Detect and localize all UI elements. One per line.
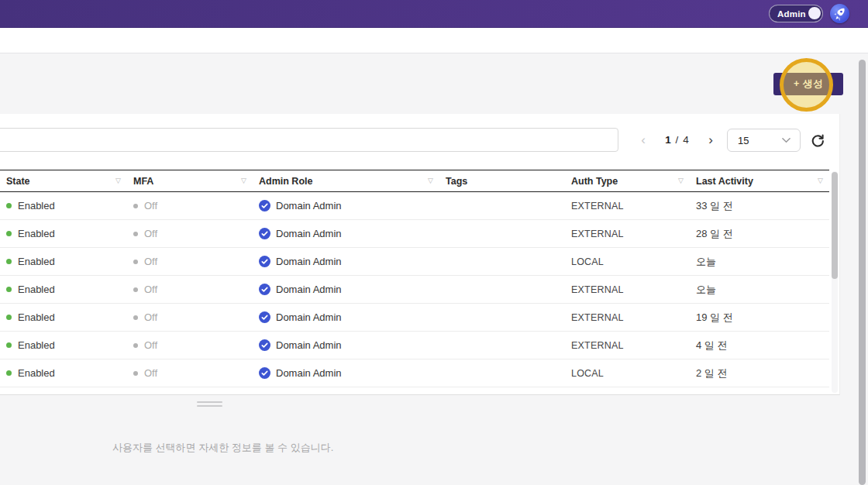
- detail-placeholder-text: 사용자를 선택하면 자세한 정보를 볼 수 있습니다.: [112, 441, 333, 455]
- column-label: Admin Role: [259, 176, 312, 187]
- last-activity-value: 오늘: [690, 283, 829, 297]
- mfa-value: Off: [144, 284, 157, 295]
- state-value: Enabled: [18, 256, 55, 267]
- page-size-value: 15: [738, 135, 749, 146]
- table-scrollbar-track[interactable]: [832, 171, 838, 393]
- table-row[interactable]: Enabled Off Domain Admin LOCAL 2 일 전: [0, 359, 829, 387]
- state-value: Enabled: [18, 228, 55, 239]
- create-button[interactable]: + 생성: [773, 73, 843, 95]
- auth-type-value: EXTERNAL: [565, 284, 690, 295]
- mfa-value: Off: [144, 311, 157, 323]
- mfa-off-dot: [133, 232, 138, 236]
- auth-type-value: EXTERNAL: [565, 201, 690, 212]
- state-enabled-dot: [6, 287, 12, 292]
- admin-role-badge-icon: [259, 200, 270, 212]
- filter-icon[interactable]: ▽: [428, 177, 433, 184]
- filter-icon[interactable]: ▽: [818, 177, 823, 184]
- table-body: Enabled Off Domain Admin EXTERNAL 33 일 전…: [0, 192, 829, 387]
- chevron-down-icon: [782, 137, 790, 143]
- mfa-off-dot: [133, 260, 138, 264]
- state-value: Enabled: [18, 311, 55, 323]
- mfa-value: Off: [144, 200, 157, 212]
- admin-role-badge-icon: [259, 284, 270, 295]
- admin-role-value: Domain Admin: [276, 284, 342, 295]
- next-page-button[interactable]: ›: [704, 131, 718, 150]
- total-pages: 4: [683, 134, 690, 146]
- mfa-value: Off: [144, 367, 157, 379]
- last-activity-value: 2 일 전: [690, 366, 829, 380]
- last-activity-value: 33 일 전: [690, 199, 829, 213]
- table-row[interactable]: Enabled Off Domain Admin EXTERNAL 19 일 전: [0, 304, 829, 332]
- mfa-off-dot: [133, 315, 138, 320]
- filter-icon[interactable]: ▽: [241, 177, 246, 184]
- admin-role-value: Domain Admin: [276, 200, 342, 212]
- search-input[interactable]: [0, 128, 618, 152]
- column-header: Auth Type ▽: [565, 170, 690, 191]
- last-activity-value: 19 일 전: [690, 311, 829, 325]
- admin-role-badge-icon: [259, 339, 270, 351]
- table-row[interactable]: Enabled Off Domain Admin LOCAL 오늘: [0, 248, 829, 276]
- state-enabled-dot: [6, 342, 12, 348]
- state-value: Enabled: [18, 339, 55, 351]
- mfa-off-dot: [133, 204, 138, 208]
- state-enabled-dot: [6, 259, 12, 264]
- last-activity-value: 28 일 전: [690, 227, 829, 241]
- page-scrollbar-thumb[interactable]: [859, 60, 866, 485]
- column-header: MFA ▽: [127, 170, 253, 191]
- filter-icon[interactable]: ▽: [115, 177, 121, 184]
- toggle-knob: [808, 7, 821, 19]
- table-header: State ▽ MFA ▽ Admin Role ▽ Tags Auth Typ…: [0, 170, 829, 192]
- admin-role-value: Domain Admin: [276, 367, 342, 379]
- page-separator: /: [676, 134, 680, 146]
- column-header: State ▽: [0, 170, 127, 191]
- last-activity-value: 4 일 전: [690, 339, 829, 353]
- state-enabled-dot: [6, 370, 12, 376]
- auth-type-value: LOCAL: [565, 368, 690, 379]
- sub-header-strip: [0, 28, 868, 53]
- admin-role-value: Domain Admin: [276, 228, 342, 239]
- admin-toggle-label: Admin: [777, 9, 806, 19]
- mfa-off-dot: [133, 371, 138, 376]
- page-size-select[interactable]: 15: [727, 129, 801, 152]
- column-label: Auth Type: [571, 176, 618, 187]
- admin-role-value: Domain Admin: [276, 311, 342, 323]
- auth-type-value: EXTERNAL: [565, 229, 690, 239]
- state-value: Enabled: [18, 200, 55, 212]
- admin-role-value: Domain Admin: [276, 256, 342, 267]
- admin-role-badge-icon: [259, 311, 270, 323]
- refresh-icon: [810, 133, 825, 149]
- admin-role-badge-icon: [259, 256, 270, 267]
- column-label: MFA: [133, 176, 153, 187]
- state-enabled-dot: [6, 203, 12, 208]
- table-row[interactable]: Enabled Off Domain Admin EXTERNAL 오늘: [0, 276, 829, 304]
- admin-role-badge-icon: [259, 367, 270, 379]
- column-header: Admin Role ▽: [253, 170, 439, 191]
- admin-toggle[interactable]: Admin: [769, 5, 823, 22]
- mfa-off-dot: [133, 287, 138, 292]
- refresh-button[interactable]: [810, 133, 825, 149]
- state-value: Enabled: [18, 284, 55, 295]
- column-label: State: [6, 176, 30, 187]
- mfa-value: Off: [144, 339, 157, 351]
- filter-icon[interactable]: ▽: [678, 177, 684, 184]
- table-row[interactable]: Enabled Off Domain Admin EXTERNAL 33 일 전: [0, 192, 829, 220]
- app-window: Admin + 생성 ‹ 1 / 4 › 15: [0, 0, 868, 485]
- mfa-value: Off: [144, 256, 157, 267]
- state-enabled-dot: [6, 231, 12, 236]
- column-label: Last Activity: [696, 176, 753, 187]
- table-row[interactable]: Enabled Off Domain Admin EXTERNAL 28 일 전: [0, 220, 829, 248]
- panel-resize-handle[interactable]: [197, 401, 222, 408]
- last-activity-value: 오늘: [690, 255, 829, 269]
- auth-type-value: EXTERNAL: [565, 340, 690, 351]
- table-row[interactable]: Enabled Off Domain Admin EXTERNAL 4 일 전: [0, 332, 829, 359]
- admin-role-badge-icon: [259, 228, 270, 239]
- current-page: 1: [665, 134, 672, 146]
- table-scrollbar-thumb[interactable]: [832, 172, 838, 279]
- admin-role-value: Domain Admin: [276, 339, 342, 351]
- auth-type-value: EXTERNAL: [565, 312, 690, 323]
- rocket-icon[interactable]: [830, 4, 849, 23]
- auth-type-value: LOCAL: [565, 256, 690, 267]
- page-counter: 1 / 4: [656, 134, 699, 146]
- previous-page-button[interactable]: ‹: [636, 131, 650, 150]
- top-navigation-bar: Admin: [0, 0, 868, 28]
